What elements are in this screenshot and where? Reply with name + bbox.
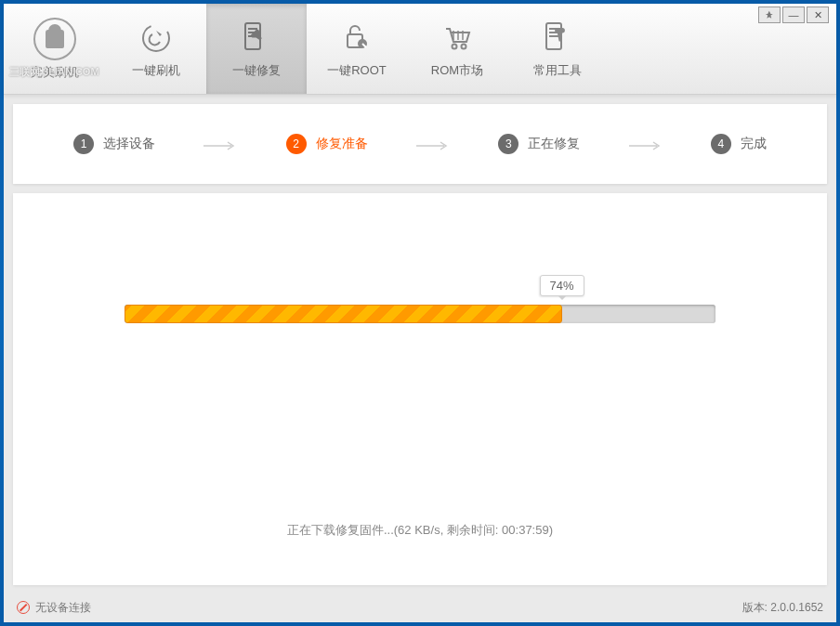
no-device-icon — [17, 601, 30, 614]
tab-root[interactable]: 一键ROOT — [307, 4, 407, 94]
step-label: 完成 — [741, 136, 767, 152]
progress-container: 74% — [125, 305, 715, 323]
tab-flash[interactable]: 一键刷机 — [106, 4, 206, 94]
pin-button[interactable] — [758, 7, 781, 23]
arrow-icon — [627, 138, 664, 150]
progress-badge: 74% — [540, 275, 584, 296]
device-status: 无设备连接 — [35, 600, 91, 616]
status-text: 正在下载修复固件...(62 KB/s, 剩余时间: 00:37:59) — [13, 522, 827, 539]
step-num: 2 — [286, 134, 307, 154]
tab-repair[interactable]: 一键修复 — [206, 4, 307, 94]
svg-point-0 — [143, 25, 169, 51]
close-button[interactable]: ✕ — [807, 7, 829, 23]
tab-label: ROM市场 — [431, 62, 483, 79]
steps-bar: 1 选择设备 2 修复准备 3 正在修复 4 完成 — [13, 104, 827, 184]
arrow-icon — [414, 138, 452, 150]
svg-point-11 — [462, 44, 466, 48]
svg-rect-15 — [549, 35, 558, 37]
step-num: 3 — [498, 134, 518, 154]
phone-wrench-icon — [238, 20, 275, 57]
svg-point-10 — [453, 44, 457, 48]
step-num: 4 — [711, 134, 731, 154]
step-label: 修复准备 — [316, 136, 368, 152]
svg-rect-2 — [248, 28, 257, 30]
progress-bar — [125, 305, 715, 323]
phone-tool-icon — [539, 20, 576, 57]
tab-label: 一键ROOT — [327, 62, 387, 79]
header-nav: 完美刷机 一键刷机 — [4, 4, 836, 95]
tab-label: 一键修复 — [232, 62, 281, 79]
version-label: 版本: 2.0.0.1652 — [742, 600, 823, 616]
tab-label: 一键刷机 — [132, 62, 180, 79]
progress-fill — [125, 305, 562, 323]
step-select-device: 1 选择设备 — [73, 134, 155, 154]
tab-market[interactable]: ROM市场 — [407, 4, 507, 94]
step-label: 选择设备 — [103, 136, 155, 152]
step-complete: 4 完成 — [711, 134, 767, 154]
window-controls: — ✕ — [758, 7, 829, 23]
refresh-icon — [139, 20, 173, 57]
content-panel: 74% 正在下载修复固件...(62 KB/s, 剩余时间: 00:37:59) — [13, 193, 827, 585]
step-repairing: 3 正在修复 — [498, 134, 580, 154]
tab-tools[interactable]: 常用工具 — [507, 4, 608, 94]
minimize-button[interactable]: — — [782, 7, 805, 23]
cart-icon — [440, 20, 474, 57]
logo-label: 完美刷机 — [31, 64, 79, 81]
tab-label: 常用工具 — [533, 62, 582, 79]
step-label: 正在修复 — [528, 136, 580, 152]
logo-tab[interactable]: 完美刷机 — [4, 4, 106, 94]
step-prepare: 2 修复准备 — [286, 134, 368, 154]
footer: 无设备连接 版本: 2.0.0.1652 — [7, 596, 833, 619]
lock-hand-icon — [340, 20, 374, 57]
arrow-icon — [202, 138, 239, 150]
step-num: 1 — [73, 134, 94, 154]
android-logo-icon — [33, 18, 76, 60]
